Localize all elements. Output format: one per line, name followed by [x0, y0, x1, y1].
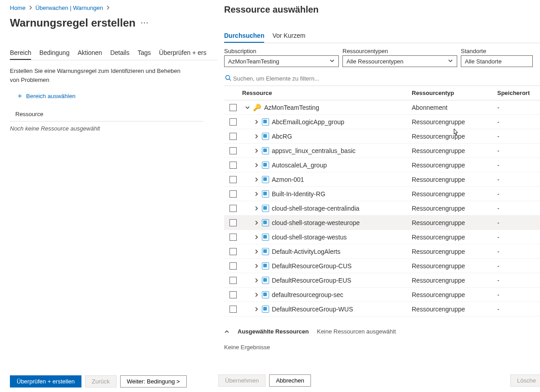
resource-name: DefaultResourceGroup-EUS [272, 277, 351, 284]
more-icon[interactable]: ··· [141, 19, 149, 27]
chevron-down-icon[interactable] [245, 105, 250, 110]
resource-group-icon [262, 147, 269, 154]
right-tabs: Durchsuchen Vor Kurzem [224, 32, 540, 43]
tab-actions[interactable]: Aktionen [77, 49, 102, 60]
tree-row[interactable]: cloud-shell-storage-westusRessourcengrup… [224, 230, 540, 244]
checkbox[interactable] [230, 262, 237, 270]
chevron-right-icon[interactable] [254, 134, 259, 139]
col-location[interactable]: Speicherort [497, 90, 540, 96]
chevron-right-icon[interactable] [254, 306, 259, 312]
tree-root-row[interactable]: 🔑 AzMonTeamTesting Abonnement - [224, 100, 540, 115]
chevron-right-icon[interactable] [254, 278, 259, 283]
tab-review[interactable]: Überprüfen + ers [159, 49, 206, 60]
tree-row[interactable]: Azmon-001Ressourcengruppe- [224, 172, 540, 187]
chevron-right-icon[interactable] [254, 220, 259, 225]
right-footer: Übernehmen Abbrechen Lösche [217, 374, 540, 387]
plus-icon: ＋ [16, 91, 23, 101]
locations-dropdown[interactable]: Alle Standorte [461, 55, 533, 67]
chevron-down-icon [448, 58, 453, 65]
resource-type: Ressourcengruppe [412, 205, 497, 212]
chevron-right-icon[interactable] [254, 206, 259, 211]
breadcrumb-home[interactable]: Home [10, 5, 26, 11]
tree-row[interactable]: AbcEmailLogicApp_groupRessourcengruppe- [224, 115, 540, 129]
chevron-up-icon[interactable] [224, 329, 230, 334]
description: Erstellen Sie eine Warnungsregel zum Ide… [10, 67, 181, 84]
add-scope-link[interactable]: ＋ Bereich auswählen [16, 91, 217, 101]
tree-row[interactable]: cloud-shell-storage-westeuropeRessourcen… [224, 216, 540, 230]
chevron-right-icon [106, 5, 110, 11]
checkbox[interactable] [230, 162, 237, 169]
chevron-right-icon[interactable] [254, 292, 259, 297]
resource-location: - [497, 248, 540, 255]
tree-row[interactable]: Default-ActivityLogAlertsRessourcengrupp… [224, 244, 540, 259]
types-dropdown[interactable]: Alle Ressourcentypen [342, 55, 457, 67]
resource-location: - [497, 133, 540, 140]
svg-point-0 [226, 76, 230, 80]
resource-type: Ressourcengruppe [412, 133, 497, 140]
resource-group-icon [262, 176, 269, 183]
chevron-right-icon[interactable] [254, 177, 259, 182]
resource-location: - [497, 118, 540, 126]
tree-row[interactable]: defaultresourcegroup-secRessourcengruppe… [224, 288, 540, 302]
checkbox[interactable] [230, 205, 237, 212]
resource-type: Ressourcengruppe [412, 176, 497, 183]
checkbox[interactable] [230, 133, 237, 140]
resource-location: - [497, 234, 540, 241]
tab-tags[interactable]: Tags [138, 49, 151, 60]
search-row [224, 72, 540, 86]
tree-row[interactable]: AbcRGRessourcengruppe- [224, 129, 540, 144]
resource-group-icon [262, 306, 269, 313]
chevron-right-icon[interactable] [254, 249, 259, 254]
next-button[interactable]: Weiter: Bedingung > [120, 375, 187, 387]
tab-condition[interactable]: Bedingung [39, 49, 69, 60]
resource-location: - [497, 277, 540, 284]
tree-row[interactable]: AutoscaleLA_groupRessourcengruppe- [224, 158, 540, 172]
chevron-right-icon[interactable] [254, 191, 259, 197]
tree-row[interactable]: DefaultResourceGroup-CUSRessourcengruppe… [224, 259, 540, 273]
chevron-right-icon[interactable] [254, 162, 259, 168]
resource-group-icon [262, 234, 269, 241]
col-resource[interactable]: Ressource [242, 90, 412, 96]
search-input[interactable] [232, 73, 540, 84]
tab-details[interactable]: Details [110, 49, 130, 60]
resource-group-icon [262, 262, 269, 270]
chevron-right-icon[interactable] [254, 119, 259, 125]
tab-scope[interactable]: Bereich [10, 49, 31, 60]
checkbox[interactable] [230, 277, 237, 284]
checkbox[interactable] [230, 147, 237, 154]
resource-name: AbcEmailLogicApp_group [272, 118, 344, 126]
selected-resources-section: Ausgewählte Ressourcen Keine Ressourcen … [224, 328, 540, 335]
subscription-dropdown[interactable]: AzMonTeamTesting [224, 55, 339, 67]
checkbox[interactable] [230, 291, 237, 298]
resource-type: Ressourcengruppe [412, 234, 497, 241]
breadcrumb-monitor[interactable]: Überwachen | Warnungen [36, 5, 103, 11]
left-panel: Home Überwachen | Warnungen Warnungsrege… [0, 0, 217, 392]
chevron-right-icon[interactable] [254, 263, 259, 269]
checkbox[interactable] [230, 104, 237, 111]
checkbox[interactable] [230, 306, 237, 313]
chevron-right-icon[interactable] [254, 234, 259, 240]
checkbox[interactable] [230, 118, 237, 126]
checkbox[interactable] [230, 234, 237, 241]
review-create-button[interactable]: Überprüfen + erstellen [10, 375, 81, 387]
resource-location: - [497, 162, 540, 169]
select-resource-panel: Ressource auswählen Durchsuchen Vor Kurz… [217, 0, 540, 392]
no-results: Keine Ergebnisse [224, 344, 540, 351]
tree-row[interactable]: DefaultResourceGroup-EUSRessourcengruppe… [224, 273, 540, 288]
resource-name: Built-In-Identity-RG [272, 190, 325, 198]
checkbox[interactable] [230, 248, 237, 255]
tab-browse[interactable]: Durchsuchen [224, 32, 264, 43]
tree-row[interactable]: cloud-shell-storage-centralindiaRessourc… [224, 201, 540, 216]
tree-row[interactable]: DefaultResourceGroup-WUSRessourcengruppe… [224, 302, 540, 316]
chevron-right-icon[interactable] [254, 148, 259, 153]
checkbox[interactable] [230, 176, 237, 183]
tree-row[interactable]: Built-In-Identity-RGRessourcengruppe- [224, 187, 540, 201]
resource-name: defaultresourcegroup-sec [272, 291, 343, 298]
clear-button: Lösche [510, 374, 540, 387]
checkbox[interactable] [230, 219, 237, 226]
cancel-button[interactable]: Abbrechen [269, 374, 311, 387]
tab-recent[interactable]: Vor Kurzem [272, 32, 305, 43]
tree-row[interactable]: appsvc_linux_centralus_basicRessourcengr… [224, 144, 540, 158]
checkbox[interactable] [230, 190, 237, 198]
col-type[interactable]: Ressourcentyp [412, 90, 497, 96]
